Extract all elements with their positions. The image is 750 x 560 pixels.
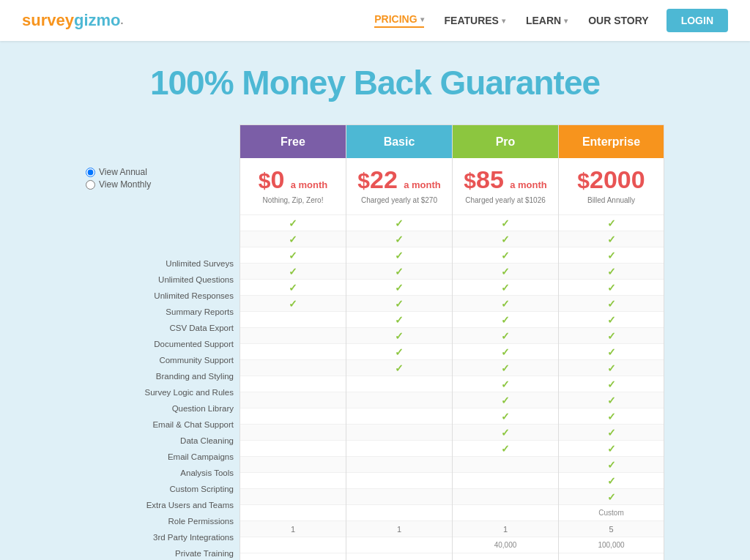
basic-contacts: [346, 537, 452, 553]
hero-section: 100% Money Back Guarantee: [0, 41, 750, 117]
free-f7: [240, 312, 346, 328]
ent-f2: ✓: [559, 231, 664, 247]
view-annual-label[interactable]: View Annual: [86, 167, 240, 177]
basic-f3: ✓: [346, 247, 452, 264]
pro-f6: ✓: [453, 296, 558, 312]
view-monthly-radio[interactable]: [86, 180, 95, 190]
ent-f12: ✓: [559, 392, 664, 408]
pro-f14: ✓: [453, 425, 558, 441]
free-f2: ✓: [240, 231, 346, 247]
plan-free-amount: $0 a month: [244, 165, 342, 194]
pro-f9: ✓: [453, 344, 558, 360]
billing-controls: View Annual View Monthly: [86, 167, 240, 190]
logo[interactable]: surveygizmo.: [22, 11, 123, 30]
free-f9: [240, 344, 346, 360]
feature-label-custom-scripting: Custom Scripting: [86, 481, 240, 497]
plan-basic-amount: $22 a month: [350, 165, 448, 194]
free-f13: [240, 408, 346, 425]
pro-f5: ✓: [453, 280, 558, 296]
main-content: View Annual View Monthly Unlimited Surve…: [0, 117, 750, 560]
plan-basic-features: ✓ ✓ ✓ ✓ ✓ ✓ ✓ ✓ ✓ ✓ 1: [346, 215, 452, 560]
chevron-down-icon: ▾: [564, 17, 568, 25]
plan-enterprise-header: Enterprise: [559, 125, 664, 158]
feature-label-question-library: Question Library: [86, 400, 240, 417]
navbar: surveygizmo. PRICING ▾ FEATURES ▾ LEARN …: [0, 0, 750, 41]
plan-pro-header: Pro: [453, 125, 558, 158]
pro-f2: ✓: [453, 231, 558, 247]
free-f10: [240, 360, 346, 376]
nav-learn[interactable]: LEARN ▾: [526, 15, 568, 26]
ent-users: 5: [559, 521, 664, 537]
free-f11: [240, 376, 346, 392]
ent-f4: ✓: [559, 264, 664, 280]
nav-our-story[interactable]: OUR STORY: [588, 15, 648, 26]
plan-pro-features: ✓ ✓ ✓ ✓ ✓ ✓ ✓ ✓ ✓ ✓ ✓ ✓ ✓ ✓ ✓ 1 40,0: [453, 215, 558, 560]
basic-f18: [346, 489, 452, 505]
pro-f4: ✓: [453, 264, 558, 280]
pro-f8: ✓: [453, 328, 558, 344]
plan-enterprise-features: ✓ ✓ ✓ ✓ ✓ ✓ ✓ ✓ ✓ ✓ ✓ ✓ ✓ ✓ ✓ ✓ ✓ ✓ Cust…: [559, 215, 664, 560]
free-f18: [240, 489, 346, 505]
basic-f6: ✓: [346, 296, 452, 312]
plan-free-price: $0 a month Nothing, Zip, Zero!: [240, 158, 346, 215]
pro-f19: [453, 505, 558, 521]
free-f4: ✓: [240, 264, 346, 280]
feature-label-csv-export: CSV Data Export: [86, 320, 240, 336]
ent-f8: ✓: [559, 328, 664, 344]
basic-f19: [346, 505, 452, 521]
feature-label-summary-reports: Summary Reports: [86, 304, 240, 320]
basic-users: 1: [346, 521, 452, 537]
feature-label-3rd-party: 3rd Party Integrations: [86, 529, 240, 545]
login-button[interactable]: LOGIN: [667, 9, 728, 32]
nav-pricing[interactable]: PRICING ▾: [374, 13, 423, 28]
free-f12: [240, 392, 346, 408]
pro-f15: ✓: [453, 441, 558, 457]
feature-label-data-cleaning: Data Cleaning: [86, 433, 240, 449]
basic-f14: [346, 425, 452, 441]
basic-f17: [346, 473, 452, 489]
plan-pro-amount: $85 a month: [456, 165, 554, 194]
ent-f7: ✓: [559, 312, 664, 328]
feature-label-analysis-tools: Analysis Tools: [86, 465, 240, 481]
chevron-down-icon: ▾: [502, 17, 505, 25]
nav-features[interactable]: FEATURES ▾: [445, 15, 505, 26]
plan-basic-header: Basic: [346, 125, 452, 158]
view-annual-radio[interactable]: [86, 168, 95, 177]
ent-f18: ✓: [559, 489, 664, 505]
feature-label-unlimited-surveys: Unlimited Surveys: [86, 255, 240, 272]
pricing-table: Free $0 a month Nothing, Zip, Zero! ✓ ✓ …: [240, 124, 664, 560]
free-f5: ✓: [240, 280, 346, 296]
pro-f10: ✓: [453, 360, 558, 376]
ent-f6: ✓: [559, 296, 664, 312]
ent-contacts: 100,000: [559, 537, 664, 553]
chevron-down-icon: ▾: [420, 15, 424, 23]
pro-f18: [453, 489, 558, 505]
feature-labels: View Annual View Monthly Unlimited Surve…: [86, 124, 240, 560]
free-f16: [240, 457, 346, 473]
basic-f8: ✓: [346, 328, 452, 344]
free-f8: [240, 328, 346, 344]
plan-free-note: Nothing, Zip, Zero!: [244, 196, 342, 204]
ent-f13: ✓: [559, 408, 664, 425]
feature-label-role-permissions: Role Permissions: [86, 513, 240, 529]
basic-f16: [346, 457, 452, 473]
feature-label-survey-logic: Survey Logic and Rules: [86, 384, 240, 400]
plan-enterprise-price: $2000 Billed Annually: [559, 158, 664, 215]
view-monthly-label[interactable]: View Monthly: [86, 179, 240, 190]
basic-f5: ✓: [346, 280, 452, 296]
ent-f9: ✓: [559, 344, 664, 360]
feature-label-unlimited-questions: Unlimited Questions: [86, 272, 240, 288]
feature-label-branding: Branding and Styling: [86, 368, 240, 384]
ent-f17: ✓: [559, 473, 664, 489]
basic-f2: ✓: [346, 231, 452, 247]
plan-enterprise: Enterprise $2000 Billed Annually ✓ ✓ ✓ ✓…: [558, 124, 664, 560]
free-f6: ✓: [240, 296, 346, 312]
feature-label-documented-support: Documented Support: [86, 336, 240, 352]
ent-f16: ✓: [559, 457, 664, 473]
free-f3: ✓: [240, 247, 346, 264]
hero-title: 100% Money Back Guarantee: [15, 63, 735, 102]
free-f1: ✓: [240, 215, 346, 231]
pro-f11: ✓: [453, 376, 558, 392]
plan-basic-price: $22 a month Charged yearly at $270: [346, 158, 452, 215]
ent-f3: ✓: [559, 247, 664, 264]
